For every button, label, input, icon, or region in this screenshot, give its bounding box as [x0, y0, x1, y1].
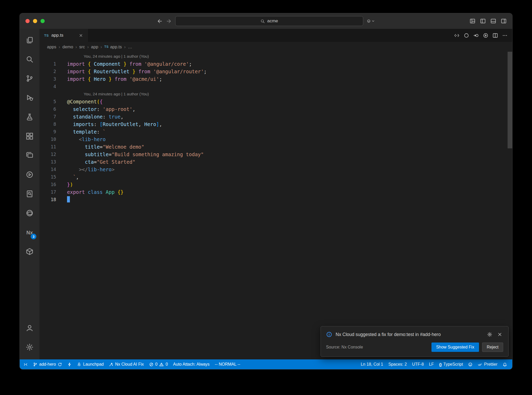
activitybar-item-testing[interactable]	[20, 107, 39, 127]
code-line[interactable]: 5@Component({	[39, 98, 512, 105]
breadcrumb-item[interactable]: TSapp.ts	[104, 44, 122, 49]
toggle-panel-button[interactable]	[489, 17, 497, 25]
activitybar-item-nx-console[interactable]: Nx3	[20, 223, 39, 242]
breadcrumb-item[interactable]: demo	[62, 44, 73, 49]
arrow-left-icon	[157, 18, 163, 24]
status-prettier[interactable]: Prettier	[475, 359, 500, 369]
nav-back-button[interactable]	[157, 18, 163, 24]
code-line[interactable]: 6 selector: 'app-root',	[39, 105, 512, 113]
window-minimize-button[interactable]	[33, 19, 37, 23]
activitybar-item-run-and-debug[interactable]	[20, 88, 39, 107]
activitybar-item-explorer[interactable]	[20, 30, 39, 50]
line-number: 1	[39, 61, 56, 67]
code-line[interactable]: 17export class App {}	[39, 188, 512, 196]
breadcrumb-item[interactable]: …	[128, 44, 132, 49]
command-center-search[interactable]: acme	[175, 16, 363, 26]
status-git-branch[interactable]: add-hero	[30, 359, 65, 369]
git-blame-annotation[interactable]: You, 24 minutes ago | 1 author (You)	[39, 90, 512, 98]
activitybar-item-source-control[interactable]	[20, 69, 39, 88]
code-line[interactable]: 15 `,	[39, 173, 512, 181]
run-file-button[interactable]	[482, 32, 489, 39]
breadcrumb-item[interactable]: src	[79, 44, 85, 49]
copilot-menu[interactable]	[367, 19, 375, 23]
code-line[interactable]: 18	[39, 196, 512, 203]
code-line[interactable]: 14 ></lib-hero>	[39, 166, 512, 173]
activitybar-item-search[interactable]	[20, 50, 39, 69]
toggle-primary-sidebar-button[interactable]	[479, 17, 487, 25]
activitybar-item-dependencies[interactable]	[20, 242, 39, 261]
status-notifications-bell[interactable]	[500, 359, 510, 369]
activitybar-item-manage[interactable]	[20, 338, 39, 357]
activitybar-item-search-editor[interactable]	[20, 184, 39, 203]
code-line[interactable]: 11 title="Welcmoe demo"	[39, 143, 512, 150]
code-editor[interactable]: You, 24 minutes ago | 1 author (You)1imp…	[39, 52, 512, 359]
status-problems[interactable]: 00	[147, 359, 171, 369]
code-line[interactable]: 1import { Component } from '@angular/cor…	[39, 60, 512, 68]
remote-icon	[23, 362, 28, 367]
line-number: 14	[39, 167, 56, 172]
customize-layout-button[interactable]	[469, 17, 476, 25]
tab-label: app.ts	[51, 33, 63, 38]
code-line[interactable]: 8 imports: [RouterOutlet, Hero],	[39, 120, 512, 128]
status-eol[interactable]: LF	[426, 359, 436, 369]
play-circle-icon	[26, 171, 34, 179]
window-zoom-button[interactable]	[41, 19, 45, 23]
code-line[interactable]: 16})	[39, 181, 512, 188]
code-line[interactable]: 12 subtitle="Build something amazing tod…	[39, 150, 512, 158]
activitybar-item-edge-devtools[interactable]	[20, 203, 39, 223]
gear-icon	[487, 332, 492, 337]
status-language-mode[interactable]: {}TypeScript	[436, 359, 466, 369]
status-bar: add-heroLaunchpadNx Cloud AI Fix00Auto A…	[20, 359, 512, 369]
nav-forward-button[interactable]	[166, 18, 172, 24]
account-icon	[26, 324, 34, 332]
status-auto-attach[interactable]: Auto Attach: Always	[170, 359, 212, 369]
code-line[interactable]: 2import { RouterOutlet } from '@angular/…	[39, 68, 512, 75]
window-close-button[interactable]	[25, 19, 30, 23]
tab-close-icon[interactable]	[78, 32, 84, 38]
rocket-icon	[77, 362, 81, 367]
code-line[interactable]: 9 template: `	[39, 128, 512, 135]
code-line[interactable]: 13 cta="Get Started"	[39, 158, 512, 166]
code-line[interactable]: 10 <lib-hero	[39, 135, 512, 143]
line-number: 17	[39, 189, 56, 195]
status-launchpad[interactable]: Launchpad	[74, 359, 106, 369]
activitybar-item-run-targets[interactable]	[20, 165, 39, 184]
split-editor-button[interactable]	[491, 32, 499, 39]
notification-settings-icon[interactable]	[486, 331, 493, 338]
tab-app-ts[interactable]: TS app.ts	[39, 29, 88, 42]
split-icon	[493, 33, 498, 38]
git-blame-annotation[interactable]: You, 24 minutes ago | 1 author (You)	[39, 52, 512, 60]
line-number: 3	[39, 76, 56, 82]
code-line[interactable]: 7 standalone: true,	[39, 113, 512, 120]
breadcrumb-item[interactable]: app	[91, 44, 98, 49]
line-number: 9	[39, 129, 56, 134]
code-line[interactable]: 4	[39, 83, 512, 90]
activitybar-item-accounts[interactable]	[20, 318, 39, 338]
status-feedback[interactable]	[466, 359, 475, 369]
status-indentation[interactable]: Spaces: 2	[386, 359, 409, 369]
go-to-file-button[interactable]	[472, 32, 480, 39]
notification-source: Source: Nx Console	[326, 345, 428, 350]
files-icon	[26, 36, 34, 44]
breadcrumb-item[interactable]: apps	[47, 44, 56, 49]
status-cursor-position[interactable]: Ln 18, Col 1	[358, 359, 386, 369]
search-icon	[261, 19, 265, 23]
status-remote-indicator[interactable]	[21, 359, 30, 369]
status-encoding[interactable]: UTF-8	[409, 359, 426, 369]
activitybar-item-extensions[interactable]	[20, 127, 39, 146]
notification-close-icon[interactable]	[496, 331, 503, 338]
more-actions-button[interactable]	[501, 32, 509, 39]
show-suggested-fix-button[interactable]: Show Suggested Fix	[431, 343, 479, 352]
line-number: 15	[39, 174, 56, 180]
code-line[interactable]: 3import { Hero } from '@acme/ui';	[39, 75, 512, 83]
reject-button[interactable]: Reject	[482, 343, 503, 352]
status-gitlens[interactable]	[65, 359, 74, 369]
source-action-button[interactable]	[463, 32, 470, 39]
status-vim-mode[interactable]: -- NORMAL --	[212, 359, 243, 369]
status-nx-cloud-ai-fix[interactable]: Nx Cloud AI Fix	[106, 359, 146, 369]
copilot-icon	[367, 19, 371, 23]
editor-scrollbar[interactable]	[508, 52, 512, 148]
open-changes-button[interactable]	[453, 32, 461, 39]
activitybar-item-remote-explorer[interactable]	[20, 146, 39, 165]
toggle-secondary-sidebar-button[interactable]	[500, 17, 508, 25]
